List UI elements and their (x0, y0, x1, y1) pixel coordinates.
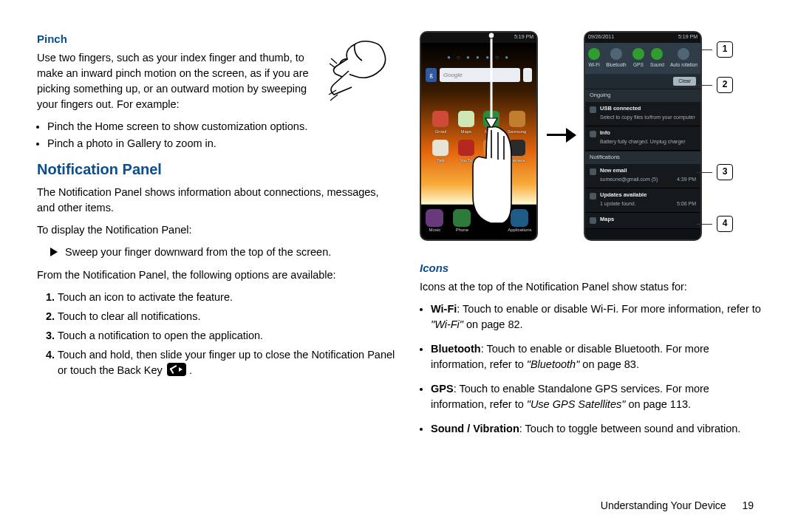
mic-icon (523, 68, 532, 82)
item-email: New email someone@gmail.com (5)4:39 PM (585, 164, 700, 188)
item-maps: Maps (585, 213, 700, 229)
app-camera: Camera (507, 140, 528, 164)
footer-label: Understanding Your Device (601, 499, 726, 511)
item-updates: Updates available 1 update found.5:08 PM (585, 188, 700, 213)
triangle-bullet-icon (50, 248, 58, 256)
wifi-toggle: Wi-Fi (588, 48, 600, 68)
notif-steps: Touch an icon to activate the feature. T… (37, 290, 399, 378)
svg-line-0 (331, 58, 337, 64)
right-column: 5:19 PM ● ○ ● ● ● ○ ● g Google GmailMaps… (420, 31, 761, 473)
search-input: Google (440, 68, 520, 82)
google-g-icon: g (426, 68, 437, 82)
callout-2: 2 (717, 77, 733, 93)
notif-intro: The Notification Panel shows information… (37, 185, 399, 216)
callout-3: 3 (717, 164, 733, 180)
item-info: Info Battery fully charged. Unplug charg… (585, 126, 700, 151)
notification-panel-heading: Notification Panel (37, 159, 399, 180)
pinch-body: Use two fingers, such as your index fing… (37, 50, 318, 112)
app-maps: Maps (456, 111, 477, 135)
left-column: Pinch Use two fingers, such as your inde… (37, 31, 399, 473)
app-talk: Talk (430, 140, 451, 164)
dock-phone: Phone (453, 212, 471, 233)
pinch-bullets: Pinch the Home screen to show customizat… (37, 119, 399, 151)
svg-line-1 (330, 64, 335, 68)
back-key-icon (167, 363, 186, 376)
notif-options-label: From the Notification Panel, the followi… (37, 267, 399, 283)
bluetooth-toggle: Bluetooth (606, 48, 626, 68)
callout-4: 4 (717, 216, 733, 232)
app-gmail: Gmail (430, 111, 451, 135)
sound-toggle: Sound (650, 48, 664, 68)
page-number: 19 (742, 499, 754, 511)
dock-music: Music (426, 212, 443, 233)
quick-toggle-row: Wi-Fi Bluetooth GPS Sound Auto rotation (585, 43, 700, 74)
sweep-instruction: Sweep your finger downward from the top … (50, 245, 399, 260)
right-arrow-icon (547, 134, 575, 136)
app-market: Market (481, 111, 502, 135)
dock-spacer (480, 215, 498, 230)
app-samsung: Samsung (507, 111, 528, 135)
home-screen-phone: 5:19 PM ● ○ ● ● ● ○ ● g Google GmailMaps… (420, 31, 538, 241)
callout-1: 1 (717, 41, 733, 58)
item-usb: USB connected Select to copy files to/fr… (585, 102, 700, 126)
section-notifications: Notifications (585, 151, 700, 164)
dock-applications: Applications (508, 212, 531, 233)
icons-heading: Icons (420, 260, 761, 276)
notification-panel-figure: 5:19 PM ● ○ ● ● ● ○ ● g Google GmailMaps… (420, 31, 761, 253)
pinch-illustration (325, 33, 399, 114)
auto-rotate-toggle: Auto rotation (670, 48, 698, 68)
notif-display-label: To display the Notification Panel: (37, 222, 399, 238)
page-footer: Understanding Your Device 19 (601, 499, 754, 511)
icons-list: Wi-Fi: Touch to enable or disable Wi-Fi.… (420, 301, 761, 437)
app-fm radio: FM radio (481, 140, 502, 164)
svg-line-3 (330, 95, 338, 100)
app-youtu: YouTu (456, 140, 477, 164)
clear-button: Clear (673, 77, 696, 86)
notification-panel-phone: 09/26/20115:19 PM Wi-Fi Bluetooth GPS So… (584, 31, 702, 241)
gps-toggle: GPS (632, 48, 644, 68)
section-ongoing: Ongoing (585, 89, 700, 102)
icons-intro: Icons at the top of the Notification Pan… (420, 279, 761, 295)
